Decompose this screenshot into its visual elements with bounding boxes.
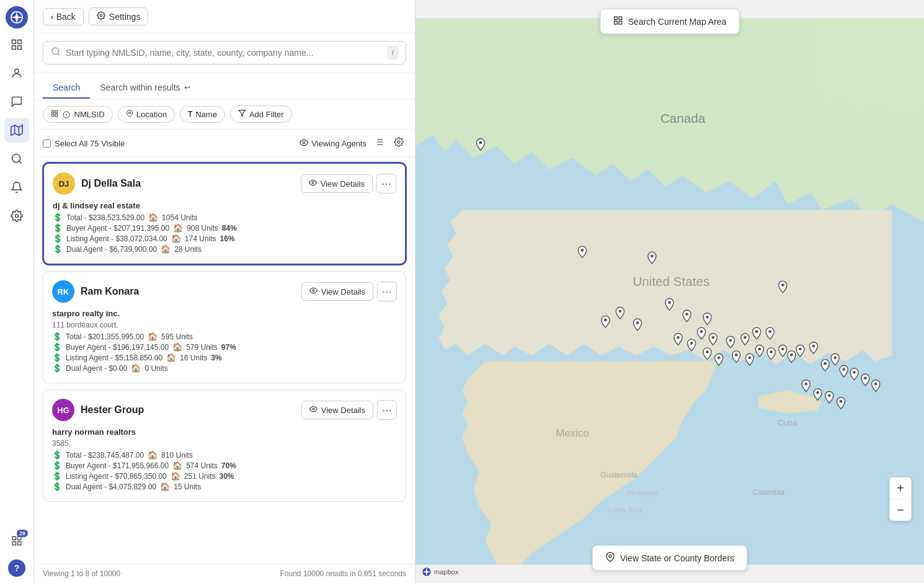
search-input[interactable] [66,48,383,58]
more-options-button[interactable]: ⋯ [376,174,396,194]
borders-icon [605,552,615,564]
stat-label: Total - $238,523,529.00 [66,213,144,222]
dollar-icon: 💲 [53,244,63,254]
map-background: Canada United States Mexico Cuba [415,0,924,583]
results-footer: Viewing 1 to 8 of 10000 Found 10000 resu… [34,564,415,583]
svg-point-45 [651,254,654,257]
settings-label: Settings [109,12,141,22]
help-button[interactable]: ? [8,559,25,577]
search-map-label: Search Current Map Area [628,17,727,27]
stat-row: 💲 Total - $201,355,995.00 🏠 595 Units [52,332,397,341]
stat-units: 574 Units [186,461,218,470]
company-name: harry norman realtors [52,427,397,437]
agent-name: Ram Konara [81,286,139,297]
dollar-icon: 💲 [52,342,62,352]
svg-text:Nicaragua: Nicaragua [626,489,659,496]
svg-point-74 [874,383,877,386]
select-all-checkbox[interactable] [43,140,51,148]
tab-within-label: Search within results [100,82,180,92]
select-all-label[interactable]: Select All 75 Visible [43,139,125,148]
svg-point-78 [840,400,843,403]
sidebar-item-messages[interactable] [4,89,29,114]
house-icon: 🏠 [161,244,171,254]
viewing-agents-label: Viewing Agents [311,139,366,148]
svg-point-61 [735,354,738,357]
stat-row: 💲 Buyer Agent - $196,197,145.00 🏠 579 Un… [52,342,397,352]
sidebar-item-bell[interactable] [4,175,29,200]
view-borders-button[interactable]: View State or County Borders [592,545,747,571]
sidebar-item-search[interactable] [4,146,29,171]
stat-row: 💲 Dual Agent - $0.00 🏠 0 Units [52,363,397,373]
agent-card-ram-konara[interactable]: RK Ram Konara View Details ⋯ starpro rea… [43,271,406,383]
agent-name-row: RK Ram Konara [52,280,139,303]
filter-chip-nmlsid[interactable]: NMLSID [43,106,113,123]
agent-card-hester-group[interactable]: HG Hester Group View Details ⋯ harry nor… [43,389,406,502]
sidebar-item-map[interactable] [4,118,29,143]
sidebar: 29 ? [0,0,34,583]
svg-point-71 [842,368,845,371]
view-details-button[interactable]: View Details [301,401,373,419]
dollar-icon: 💲 [53,223,63,233]
tab-search[interactable]: Search [43,78,90,99]
avatar: DJ [53,172,75,195]
svg-point-62 [749,356,752,359]
svg-point-43 [479,141,482,145]
settings-button[interactable]: Settings [89,7,149,25]
results-settings-button[interactable] [391,135,406,152]
svg-point-58 [690,342,693,345]
mapbox-label: mapbox [434,568,458,576]
more-options-button[interactable]: ⋯ [377,282,397,301]
card-actions: View Details ⋯ [301,400,397,420]
svg-point-11 [16,215,19,218]
sidebar-item-contacts[interactable] [4,61,29,86]
search-current-map-button[interactable]: Search Current Map Area [600,9,740,34]
stat-label: Dual Agent - $6,739,900.00 [66,245,157,254]
svg-point-63 [758,347,761,350]
back-button[interactable]: ‹ Back [43,8,84,25]
stat-pct: 30% [220,472,234,481]
sidebar-item-dashboard[interactable] [4,32,29,57]
view-details-button[interactable]: View Details [301,282,373,301]
svg-point-89 [609,555,611,558]
svg-rect-85 [615,17,618,20]
svg-point-52 [711,336,714,339]
back-label: Back [56,12,76,22]
agent-name-row: DJ Dj Della Sala [53,172,141,195]
svg-marker-6 [11,125,22,136]
viewing-agents-button[interactable]: Viewing Agents [300,138,366,149]
svg-point-34 [398,141,400,143]
stat-units: 1054 Units [162,213,197,222]
sort-button[interactable] [371,135,386,152]
svg-rect-22 [55,114,58,117]
svg-text:Cuba: Cuba [778,418,797,427]
svg-rect-86 [619,17,622,20]
slash-shortcut-icon: / [388,47,398,59]
svg-point-5 [15,69,19,73]
zoom-out-button[interactable]: − [890,499,911,520]
tab-search-within[interactable]: Search within results ↩ [90,78,200,99]
svg-rect-4 [18,46,22,50]
svg-point-25 [128,112,130,113]
agent-card-dj-della-sala[interactable]: DJ Dj Della Sala View Details ⋯ dj & lin… [43,162,406,265]
add-filter-button[interactable]: Add Filter [230,105,292,123]
svg-point-79 [781,283,784,287]
company-name: dj & lindsey real estate [53,201,396,210]
dollar-icon: 💲 [53,213,63,222]
zoom-in-button[interactable]: + [890,478,911,499]
house-icon: 🏠 [172,342,182,352]
dollar-icon: 💲 [52,482,62,491]
eye-icon [309,179,317,189]
more-options-button[interactable]: ⋯ [377,400,397,420]
sidebar-item-notifications-badge[interactable]: 29 [4,528,29,553]
view-details-label: View Details [321,287,365,296]
view-details-button[interactable]: View Details [301,174,373,193]
stat-units: 595 Units [161,332,193,341]
svg-point-47 [685,313,688,316]
stat-label: Buyer Agent - $171,955,966.00 [66,461,169,470]
sidebar-item-settings[interactable] [4,203,29,228]
filter-chip-location[interactable]: Location [118,106,175,123]
stat-label: Total - $201,355,995.00 [66,332,144,341]
house-icon: 🏠 [166,353,176,362]
filter-chip-name[interactable]: T Name [180,106,225,123]
svg-point-76 [816,391,819,394]
